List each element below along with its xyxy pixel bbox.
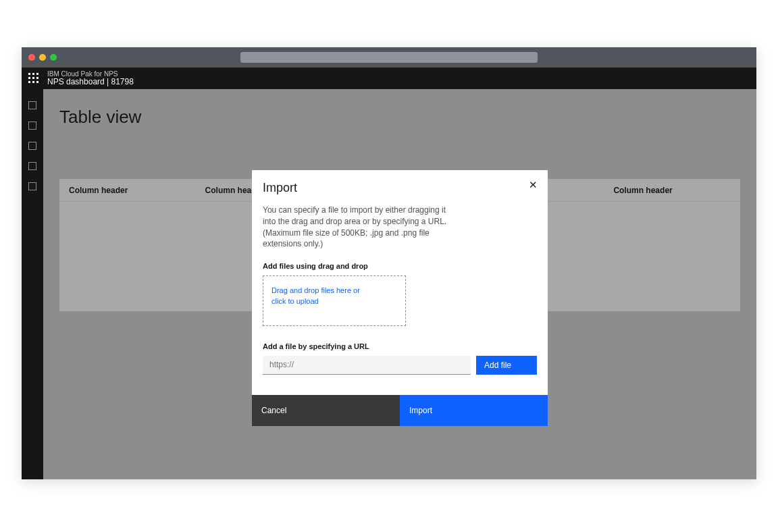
maximize-window-icon[interactable] (50, 54, 57, 61)
nav-item-icon[interactable] (28, 162, 36, 170)
window-titlebar (22, 47, 756, 68)
app-window: IBM Cloud Pak for NPS NPS dashboard | 81… (22, 47, 756, 479)
modal-footer: Cancel Import (252, 395, 548, 426)
nav-item-icon[interactable] (28, 142, 36, 150)
header-titles: IBM Cloud Pak for NPS NPS dashboard | 81… (47, 70, 134, 86)
traffic-lights (28, 54, 57, 61)
close-icon[interactable]: ✕ (526, 178, 540, 192)
dropzone-text: Drag and drop files here or click to upl… (271, 286, 373, 307)
minimize-window-icon[interactable] (39, 54, 46, 61)
cancel-button[interactable]: Cancel (252, 395, 400, 426)
nav-item-icon[interactable] (28, 182, 36, 190)
nav-item-icon[interactable] (28, 101, 36, 109)
add-file-button[interactable]: Add file (476, 356, 537, 375)
close-window-icon[interactable] (28, 54, 35, 61)
file-dropzone[interactable]: Drag and drop files here or click to upl… (263, 275, 406, 326)
content-area: Table view Column header Column header C… (22, 89, 756, 479)
modal-description: You can specify a file to import by eith… (263, 205, 459, 250)
page-name: NPS dashboard | 81798 (47, 78, 134, 86)
import-button[interactable]: Import (400, 395, 548, 426)
import-modal: ✕ Import You can specify a file to impor… (252, 170, 548, 426)
modal-body: ✕ Import You can specify a file to impor… (252, 170, 548, 395)
app-header: IBM Cloud Pak for NPS NPS dashboard | 81… (22, 68, 756, 89)
nav-item-icon[interactable] (28, 122, 36, 130)
drag-drop-label: Add files using drag and drop (263, 262, 537, 270)
browser-url-bar[interactable] (240, 52, 538, 63)
url-input-row: Add file (263, 356, 537, 375)
url-input[interactable] (263, 356, 471, 375)
modal-title: Import (263, 181, 537, 195)
left-nav (22, 89, 43, 479)
app-switcher-icon[interactable] (28, 73, 39, 84)
url-section-label: Add a file by specifying a URL (263, 342, 537, 350)
modal-overlay: ✕ Import You can specify a file to impor… (43, 89, 756, 479)
main-panel: Table view Column header Column header C… (43, 89, 756, 479)
